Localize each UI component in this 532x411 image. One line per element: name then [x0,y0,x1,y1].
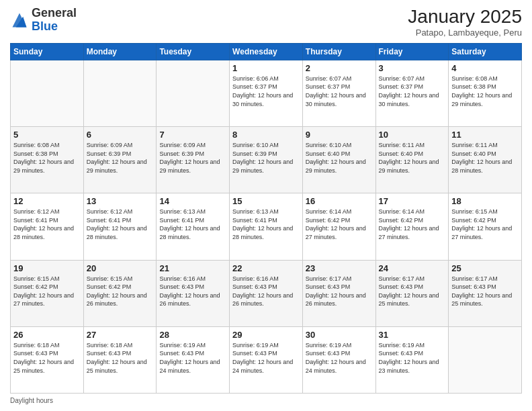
day-info: Sunrise: 6:18 AM Sunset: 6:43 PM Dayligh… [87,341,154,375]
day-number: 29 [232,330,300,340]
day-number: 30 [306,330,373,340]
day-info: Sunrise: 6:10 AM Sunset: 6:40 PM Dayligh… [306,141,373,175]
day-info: Sunrise: 6:13 AM Sunset: 6:41 PM Dayligh… [232,208,300,241]
day-cell: 24Sunrise: 6:17 AM Sunset: 6:43 PM Dayli… [375,260,449,326]
day-info: Sunrise: 6:15 AM Sunset: 6:42 PM Dayligh… [87,275,154,308]
day-cell: 28Sunrise: 6:19 AM Sunset: 6:43 PM Dayli… [157,326,230,393]
day-cell: 29Sunrise: 6:19 AM Sunset: 6:43 PM Dayli… [230,326,303,393]
day-cell: 23Sunrise: 6:17 AM Sunset: 6:43 PM Dayli… [302,260,375,326]
day-info: Sunrise: 6:15 AM Sunset: 6:42 PM Dayligh… [451,208,519,241]
day-info: Sunrise: 6:06 AM Sunset: 6:37 PM Dayligh… [232,75,300,108]
calendar-body: 1Sunrise: 6:06 AM Sunset: 6:37 PM Daylig… [11,60,522,393]
day-info: Sunrise: 6:17 AM Sunset: 6:43 PM Dayligh… [379,275,446,308]
day-cell: 17Sunrise: 6:14 AM Sunset: 6:42 PM Dayli… [375,193,449,260]
day-info: Sunrise: 6:10 AM Sunset: 6:39 PM Dayligh… [232,141,300,175]
day-cell: 22Sunrise: 6:16 AM Sunset: 6:43 PM Dayli… [230,260,303,326]
day-cell: 4Sunrise: 6:08 AM Sunset: 6:38 PM Daylig… [449,60,522,126]
header-day-monday: Monday [83,43,157,60]
title-block: January 2025 Patapo, Lambayeque, Peru [408,7,522,38]
day-number: 25 [451,263,519,273]
day-number: 10 [379,130,446,140]
day-info: Sunrise: 6:08 AM Sunset: 6:38 PM Dayligh… [13,141,81,175]
day-number: 5 [13,130,81,140]
day-cell: 2Sunrise: 6:07 AM Sunset: 6:37 PM Daylig… [302,60,375,126]
header: General Blue January 2025 Patapo, Lambay… [10,7,522,38]
day-cell: 18Sunrise: 6:15 AM Sunset: 6:42 PM Dayli… [449,193,522,260]
day-info: Sunrise: 6:15 AM Sunset: 6:42 PM Dayligh… [13,275,81,308]
day-info: Sunrise: 6:09 AM Sunset: 6:39 PM Dayligh… [159,141,226,175]
day-cell: 26Sunrise: 6:18 AM Sunset: 6:43 PM Dayli… [11,326,84,393]
day-info: Sunrise: 6:14 AM Sunset: 6:42 PM Dayligh… [306,208,373,241]
day-number: 19 [13,263,81,273]
day-cell: 19Sunrise: 6:15 AM Sunset: 6:42 PM Dayli… [11,260,84,326]
day-number: 11 [451,130,519,140]
day-number: 6 [87,130,154,140]
day-info: Sunrise: 6:16 AM Sunset: 6:43 PM Dayligh… [159,275,226,308]
day-cell: 6Sunrise: 6:09 AM Sunset: 6:39 PM Daylig… [83,127,157,193]
day-info: Sunrise: 6:12 AM Sunset: 6:41 PM Dayligh… [13,208,81,241]
day-cell: 1Sunrise: 6:06 AM Sunset: 6:37 PM Daylig… [230,60,303,126]
day-cell [83,60,157,126]
calendar-table: SundayMondayTuesdayWednesdayThursdayFrid… [10,43,522,394]
day-number: 15 [232,196,300,206]
day-number: 24 [379,263,446,273]
day-cell: 12Sunrise: 6:12 AM Sunset: 6:41 PM Dayli… [11,193,84,260]
day-number: 21 [159,263,226,273]
day-cell: 15Sunrise: 6:13 AM Sunset: 6:41 PM Dayli… [230,193,303,260]
week-row-2: 5Sunrise: 6:08 AM Sunset: 6:38 PM Daylig… [11,127,522,193]
day-cell: 13Sunrise: 6:12 AM Sunset: 6:41 PM Dayli… [83,193,157,260]
day-number: 22 [232,263,300,273]
day-info: Sunrise: 6:13 AM Sunset: 6:41 PM Dayligh… [159,208,226,241]
day-cell: 5Sunrise: 6:08 AM Sunset: 6:38 PM Daylig… [11,127,84,193]
day-info: Sunrise: 6:19 AM Sunset: 6:43 PM Dayligh… [306,341,373,375]
day-info: Sunrise: 6:16 AM Sunset: 6:43 PM Dayligh… [232,275,300,308]
day-info: Sunrise: 6:11 AM Sunset: 6:40 PM Dayligh… [379,141,446,175]
day-number: 8 [232,130,300,140]
footer-label: Daylight hours [10,397,53,404]
day-cell: 20Sunrise: 6:15 AM Sunset: 6:42 PM Dayli… [83,260,157,326]
day-number: 14 [159,196,226,206]
day-number: 13 [87,196,154,206]
day-number: 31 [379,330,446,340]
header-day-friday: Friday [375,43,449,60]
logo: General Blue [10,7,77,34]
week-row-5: 26Sunrise: 6:18 AM Sunset: 6:43 PM Dayli… [11,326,522,393]
month-year: January 2025 [408,7,522,28]
day-cell: 25Sunrise: 6:17 AM Sunset: 6:43 PM Dayli… [449,260,522,326]
header-row: SundayMondayTuesdayWednesdayThursdayFrid… [11,43,522,60]
logo-blue-text: Blue [32,19,58,33]
day-number: 4 [451,63,519,73]
logo-general-text: General [32,6,77,19]
header-day-sunday: Sunday [11,43,84,60]
day-info: Sunrise: 6:14 AM Sunset: 6:42 PM Dayligh… [379,208,446,241]
day-number: 7 [159,130,226,140]
day-cell [157,60,230,126]
week-row-3: 12Sunrise: 6:12 AM Sunset: 6:41 PM Dayli… [11,193,522,260]
header-day-tuesday: Tuesday [157,43,230,60]
day-info: Sunrise: 6:19 AM Sunset: 6:43 PM Dayligh… [159,341,226,375]
header-day-saturday: Saturday [449,43,522,60]
day-info: Sunrise: 6:07 AM Sunset: 6:37 PM Dayligh… [379,75,446,108]
header-day-thursday: Thursday [302,43,375,60]
day-info: Sunrise: 6:07 AM Sunset: 6:37 PM Dayligh… [306,75,373,108]
logo-icon [10,11,29,30]
page: General Blue January 2025 Patapo, Lambay… [0,0,532,411]
day-number: 20 [87,263,154,273]
day-cell: 8Sunrise: 6:10 AM Sunset: 6:39 PM Daylig… [230,127,303,193]
day-number: 16 [306,196,373,206]
day-info: Sunrise: 6:18 AM Sunset: 6:43 PM Dayligh… [13,341,81,375]
day-cell: 10Sunrise: 6:11 AM Sunset: 6:40 PM Dayli… [375,127,449,193]
day-number: 3 [379,63,446,73]
day-number: 17 [379,196,446,206]
day-number: 9 [306,130,373,140]
day-cell: 7Sunrise: 6:09 AM Sunset: 6:39 PM Daylig… [157,127,230,193]
day-number: 28 [159,330,226,340]
week-row-4: 19Sunrise: 6:15 AM Sunset: 6:42 PM Dayli… [11,260,522,326]
calendar-header: SundayMondayTuesdayWednesdayThursdayFrid… [11,43,522,60]
day-number: 12 [13,196,81,206]
day-info: Sunrise: 6:19 AM Sunset: 6:43 PM Dayligh… [232,341,300,375]
day-cell: 9Sunrise: 6:10 AM Sunset: 6:40 PM Daylig… [302,127,375,193]
day-info: Sunrise: 6:08 AM Sunset: 6:38 PM Dayligh… [451,75,519,108]
day-info: Sunrise: 6:19 AM Sunset: 6:43 PM Dayligh… [379,341,446,375]
day-info: Sunrise: 6:09 AM Sunset: 6:39 PM Dayligh… [87,141,154,175]
